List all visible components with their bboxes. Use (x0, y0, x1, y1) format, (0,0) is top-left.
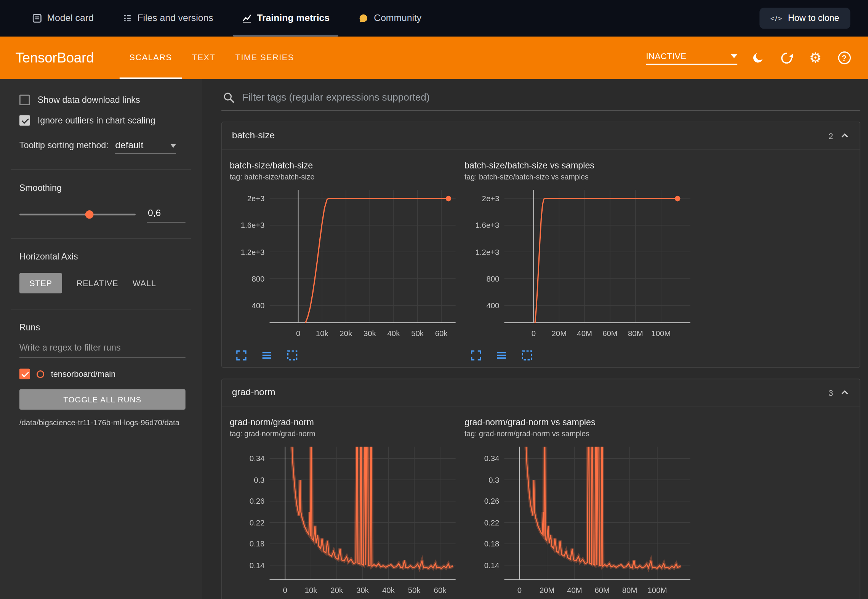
tooltip-sorting-row: Tooltip sorting method: default (19, 140, 186, 154)
chevron-up-icon[interactable] (840, 388, 850, 397)
tab-files-and-versions[interactable]: Files and versions (108, 0, 227, 37)
tooltip-sorting-select[interactable]: default (115, 140, 176, 154)
tab-files-label: Files and versions (137, 13, 213, 24)
chart-title: grad-norm/grad-norm (230, 417, 464, 427)
tensorboard-tabs: SCALARS TEXT TIME SERIES (119, 37, 304, 79)
chart-card: batch-size/batch-size tag: batch-size/ba… (230, 160, 464, 362)
horizontal-axis-buttons: STEP RELATIVE WALL (19, 273, 186, 293)
svg-text:50k: 50k (411, 329, 424, 338)
tab-scalars[interactable]: SCALARS (119, 37, 182, 79)
toggle-all-runs-button[interactable]: TOGGLE ALL RUNS (19, 389, 186, 410)
tab-training-metrics-label: Training metrics (257, 13, 330, 24)
expand-chart-button[interactable] (234, 348, 249, 363)
svg-text:800: 800 (252, 275, 265, 283)
show-download-links-row[interactable]: Show data download links (19, 94, 186, 105)
reload-status-select[interactable]: INACTIVE (646, 51, 737, 64)
how-to-clone-button[interactable]: </> How to clone (759, 8, 850, 29)
section-title: batch-size (232, 130, 275, 141)
svg-text:80M: 80M (628, 329, 643, 338)
chart-tag: tag: grad-norm/grad-norm vs samples (464, 429, 699, 438)
toggle-y-axis-button[interactable] (494, 348, 509, 363)
svg-text:0.3: 0.3 (254, 476, 264, 484)
svg-text:60k: 60k (435, 329, 448, 338)
tab-time-series[interactable]: TIME SERIES (225, 37, 304, 79)
ignore-outliers-checkbox[interactable] (19, 115, 30, 126)
axis-wall-button[interactable]: WALL (133, 279, 156, 288)
runs-data-path: /data/bigscience-tr11-176b-ml-logs-96d70… (19, 417, 186, 428)
toggle-y-axis-button[interactable] (259, 348, 274, 363)
filter-tags-input[interactable] (242, 91, 859, 103)
run-row[interactable]: tensorboard/main (19, 369, 186, 380)
svg-text:0: 0 (532, 329, 536, 338)
line-chart[interactable]: 4008001.2e+31.6e+32e+3020M40M60M80M100M (464, 186, 697, 347)
chevron-up-icon[interactable] (840, 131, 850, 141)
reload-status-value: INACTIVE (646, 51, 686, 61)
svg-text:1.2e+3: 1.2e+3 (241, 248, 265, 256)
tab-training-metrics[interactable]: Training metrics (227, 0, 344, 37)
horizontal-axis-label: Horizontal Axis (19, 252, 186, 262)
smoothing-slider[interactable] (19, 214, 136, 215)
chart-title: batch-size/batch-size vs samples (464, 160, 699, 170)
sidebar-divider (11, 170, 191, 170)
run-visibility-checkbox[interactable] (19, 369, 30, 380)
content-area: Show data download links Ignore outliers… (0, 79, 868, 599)
help-button[interactable]: ? (836, 50, 853, 66)
expand-chart-button[interactable] (469, 348, 484, 363)
svg-text:10k: 10k (316, 329, 329, 338)
fit-to-data-icon (520, 349, 534, 362)
search-icon (223, 91, 235, 104)
ignore-outliers-row[interactable]: Ignore outliers in chart scaling (19, 115, 186, 126)
svg-text:40k: 40k (382, 586, 395, 594)
svg-text:50k: 50k (408, 586, 421, 594)
line-chart[interactable]: 0.140.180.220.260.30.34020M40M60M80M100M (464, 442, 697, 599)
batch-size-charts-row: batch-size/batch-size tag: batch-size/ba… (222, 149, 860, 367)
filter-tags-row (221, 82, 860, 111)
runs-section-label: Runs (19, 323, 186, 333)
moon-icon (751, 51, 764, 64)
code-icon: </> (770, 14, 783, 22)
run-color-icon[interactable] (37, 370, 44, 378)
tab-community-label: Community (374, 13, 421, 24)
chart-toolbar (464, 348, 699, 363)
settings-button[interactable]: ⚙ (807, 50, 824, 66)
tab-model-card[interactable]: Model card (18, 0, 108, 37)
fit-domain-button[interactable] (520, 348, 534, 363)
tab-community[interactable]: Community (344, 0, 436, 37)
svg-text:0.18: 0.18 (250, 540, 265, 548)
smoothing-slider-knob[interactable] (85, 210, 94, 219)
tab-text[interactable]: TEXT (182, 37, 226, 79)
svg-text:20k: 20k (330, 586, 343, 594)
refresh-button[interactable] (778, 50, 795, 66)
axis-relative-button[interactable]: RELATIVE (77, 279, 119, 288)
svg-text:100M: 100M (651, 329, 671, 338)
settings-sidebar: Show data download links Ignore outliers… (0, 79, 202, 599)
chart-card: grad-norm/grad-norm vs samples tag: grad… (464, 417, 699, 599)
chevron-down-icon (170, 144, 176, 147)
help-icon: ? (838, 51, 850, 64)
show-download-links-checkbox[interactable] (19, 94, 30, 105)
section-grad-norm-header[interactable]: grad-norm 3 (222, 379, 860, 406)
runs-filter-input[interactable] (19, 340, 186, 358)
svg-text:400: 400 (252, 301, 265, 310)
line-chart[interactable]: 4008001.2e+31.6e+32e+3010k20k30k40k50k60… (230, 186, 462, 347)
tab-model-card-label: Model card (47, 13, 93, 24)
svg-text:60M: 60M (602, 329, 618, 338)
dark-mode-toggle[interactable] (749, 50, 766, 66)
svg-text:0.34: 0.34 (484, 454, 500, 463)
line-chart[interactable]: 0.140.180.220.260.30.34010k20k30k40k50k6… (230, 442, 462, 599)
svg-text:100M: 100M (647, 586, 667, 594)
svg-text:40M: 40M (577, 329, 592, 338)
chevron-down-icon (731, 54, 737, 58)
fit-domain-button[interactable] (285, 348, 299, 363)
svg-text:30k: 30k (364, 329, 376, 338)
community-icon (359, 13, 369, 24)
section-batch-size-header[interactable]: batch-size 2 (222, 122, 860, 149)
svg-text:20M: 20M (540, 586, 555, 594)
sidebar-divider (11, 309, 191, 309)
axis-step-button[interactable]: STEP (19, 273, 62, 293)
lines-icon (260, 349, 274, 362)
svg-text:30k: 30k (356, 586, 369, 594)
smoothing-value-input[interactable] (147, 207, 186, 223)
svg-text:40k: 40k (388, 329, 400, 338)
svg-text:0.22: 0.22 (250, 519, 265, 527)
